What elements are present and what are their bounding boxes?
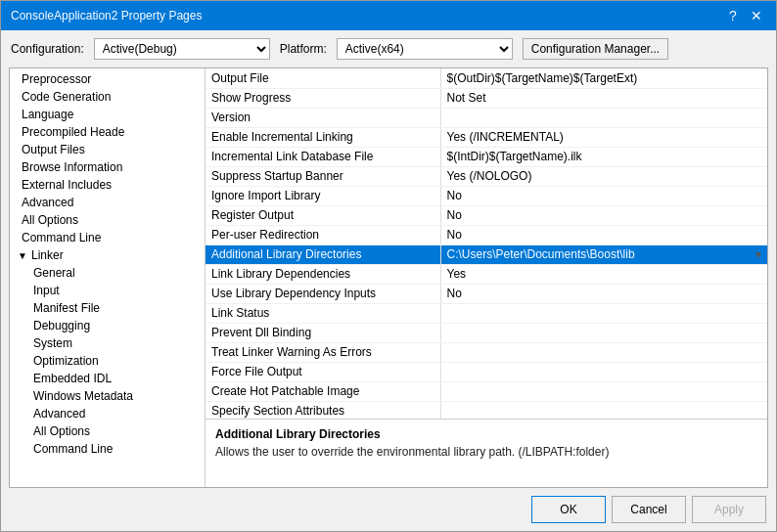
property-value: $(IntDir)$(TargetName).ilk (440, 147, 767, 166)
linker-group-label: Linker (31, 248, 64, 262)
property-name: Output File (206, 68, 440, 88)
close-button[interactable]: ✕ (747, 6, 766, 25)
main-content: Preprocessor Code Generation Language Pr… (9, 67, 768, 488)
property-name: Per-user Redirection (206, 225, 440, 244)
property-name: Treat Linker Warning As Errors (206, 342, 440, 362)
tree-item-linker-windows-metadata[interactable]: Windows Metadata (22, 387, 205, 405)
property-value: No (440, 225, 767, 244)
property-name: Register Output (206, 205, 440, 225)
property-row[interactable]: Prevent Dll Binding (206, 323, 767, 342)
property-row[interactable]: Use Library Dependency InputsNo (206, 284, 767, 303)
description-panel: Additional Library Directories Allows th… (206, 419, 767, 487)
linker-expand-icon: ▼ (18, 250, 27, 261)
property-value: No (440, 284, 767, 303)
tree-item-all-options[interactable]: All Options (10, 211, 205, 229)
tree-panel: Preprocessor Code Generation Language Pr… (10, 68, 206, 487)
property-value: $(OutDir)$(TargetName)$(TargetExt) (440, 68, 767, 88)
property-row[interactable]: Specify Section Attributes (206, 401, 767, 419)
config-label: Configuration: (11, 42, 84, 56)
tree-item-linker-manifest-file[interactable]: Manifest File (22, 299, 205, 317)
tree-item-linker-input[interactable]: Input (22, 282, 205, 299)
property-value[interactable]: C:\Users\Peter\Documents\Boost\lib▼ (440, 244, 767, 264)
tree-item-linker-advanced[interactable]: Advanced (22, 405, 205, 422)
property-value (440, 401, 767, 419)
property-row[interactable]: Treat Linker Warning As Errors (206, 342, 767, 362)
tree-item-advanced[interactable]: Advanced (10, 194, 205, 211)
tree-item-linker-command-line[interactable]: Command Line (22, 440, 205, 458)
properties-grid: Output File$(OutDir)$(TargetName)$(Targe… (206, 68, 767, 419)
property-row[interactable]: Suppress Startup BannerYes (/NOLOGO) (206, 166, 767, 186)
ok-button[interactable]: OK (531, 496, 606, 523)
description-title: Additional Library Directories (215, 427, 757, 441)
property-name: Ignore Import Library (206, 186, 440, 205)
configuration-select[interactable]: Active(Debug) (94, 38, 270, 60)
property-row[interactable]: Link Library DependenciesYes (206, 264, 767, 284)
properties-table: Output File$(OutDir)$(TargetName)$(Targe… (206, 68, 767, 419)
property-name: Incremental Link Database File (206, 147, 440, 166)
tree-item-preprocessor[interactable]: Preprocessor (10, 70, 205, 88)
help-button[interactable]: ? (723, 6, 743, 25)
title-bar-controls: ? ✕ (723, 6, 766, 25)
linker-children: General Input Manifest File Debugging Sy… (10, 264, 205, 458)
cancel-button[interactable]: Cancel (612, 496, 686, 523)
property-name: Force File Output (206, 362, 440, 381)
toolbar: Configuration: Active(Debug) Platform: A… (1, 30, 776, 67)
property-row[interactable]: Show ProgressNot Set (206, 88, 767, 108)
property-name: Specify Section Attributes (206, 401, 440, 419)
property-name: Link Status (206, 303, 440, 323)
property-value (440, 342, 767, 362)
apply-button[interactable]: Apply (692, 496, 766, 523)
title-bar: ConsoleApplication2 Property Pages ? ✕ (1, 1, 776, 30)
platform-select[interactable]: Active(x64) (337, 38, 513, 60)
dropdown-arrow-icon[interactable]: ▼ (754, 249, 763, 260)
property-value (440, 323, 767, 342)
property-row[interactable]: Create Hot Patchable Image (206, 381, 767, 401)
property-row[interactable]: Per-user RedirectionNo (206, 225, 767, 244)
tree-item-code-generation[interactable]: Code Generation (10, 88, 205, 106)
property-pages-dialog: ConsoleApplication2 Property Pages ? ✕ C… (0, 0, 777, 532)
property-name: Show Progress (206, 88, 440, 108)
property-name: Link Library Dependencies (206, 264, 440, 284)
property-value: No (440, 205, 767, 225)
dialog-footer: OK Cancel Apply (1, 488, 776, 531)
property-row[interactable]: Force File Output (206, 362, 767, 381)
linker-group-header[interactable]: ▼ Linker (10, 246, 205, 264)
property-name: Create Hot Patchable Image (206, 381, 440, 401)
property-name: Version (206, 108, 440, 127)
tree-item-command-line[interactable]: Command Line (10, 229, 205, 246)
property-row[interactable]: Incremental Link Database File$(IntDir)$… (206, 147, 767, 166)
property-row[interactable]: Ignore Import LibraryNo (206, 186, 767, 205)
property-name: Additional Library Directories (206, 244, 440, 264)
property-row[interactable]: Enable Incremental LinkingYes (/INCREMEN… (206, 127, 767, 147)
property-row[interactable]: Additional Library DirectoriesC:\Users\P… (206, 244, 767, 264)
property-value (440, 303, 767, 323)
property-value (440, 362, 767, 381)
tree-item-linker-all-options[interactable]: All Options (22, 422, 205, 440)
tree-item-linker-debugging[interactable]: Debugging (22, 317, 205, 334)
tree-item-precompiled-headers[interactable]: Precompiled Heade (10, 123, 205, 141)
tree-item-linker-optimization[interactable]: Optimization (22, 352, 205, 370)
property-row[interactable]: Register OutputNo (206, 205, 767, 225)
property-value (440, 108, 767, 127)
tree-item-browse-information[interactable]: Browse Information (10, 158, 205, 176)
linker-group: ▼ Linker General Input Manifest File Deb… (10, 246, 205, 458)
tree-item-linker-embedded-idl[interactable]: Embedded IDL (22, 370, 205, 387)
dialog-title: ConsoleApplication2 Property Pages (11, 9, 202, 22)
property-row[interactable]: Link Status (206, 303, 767, 323)
description-text: Allows the user to override the environm… (215, 445, 757, 459)
tree-item-language[interactable]: Language (10, 106, 205, 123)
tree-item-linker-general[interactable]: General (22, 264, 205, 282)
property-row[interactable]: Version (206, 108, 767, 127)
tree-item-linker-system[interactable]: System (22, 334, 205, 352)
property-value: Yes (440, 264, 767, 284)
property-value: Yes (/NOLOGO) (440, 166, 767, 186)
property-name: Suppress Startup Banner (206, 166, 440, 186)
property-value: Not Set (440, 88, 767, 108)
property-value: Yes (/INCREMENTAL) (440, 127, 767, 147)
property-name: Use Library Dependency Inputs (206, 284, 440, 303)
tree-item-output-files[interactable]: Output Files (10, 141, 205, 158)
tree-item-external-includes[interactable]: External Includes (10, 176, 205, 194)
config-manager-button[interactable]: Configuration Manager... (523, 38, 668, 60)
property-row[interactable]: Output File$(OutDir)$(TargetName)$(Targe… (206, 68, 767, 88)
property-value (440, 381, 767, 401)
